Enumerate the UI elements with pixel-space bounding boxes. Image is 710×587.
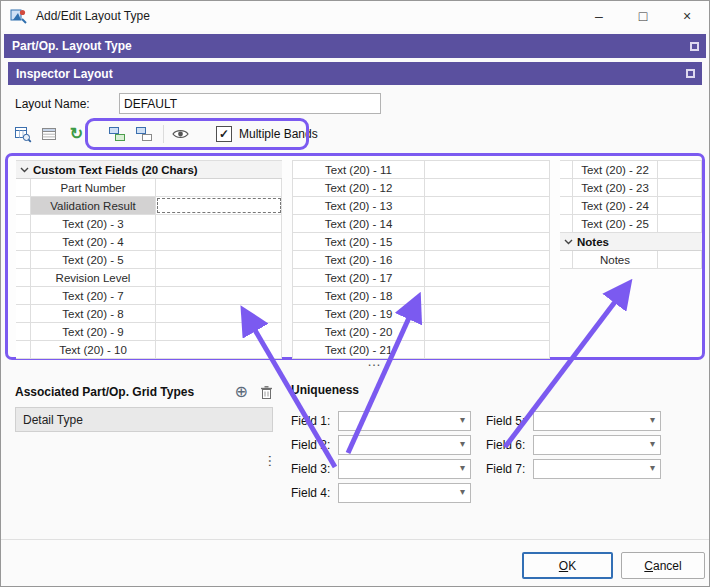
field-value-cell[interactable] [425,305,550,322]
remove-band-button[interactable] [134,125,153,144]
close-button[interactable]: × [665,1,709,31]
vertical-splitter-handle[interactable]: … [266,454,282,468]
field-row[interactable]: Text (20) - 4 [16,233,282,251]
minimize-button[interactable]: – [577,1,621,31]
multiple-bands-checkbox[interactable]: ✓ [216,126,232,142]
field-value-cell[interactable] [658,251,702,268]
ok-button[interactable]: OK [522,552,613,579]
layout-name-input[interactable] [119,93,381,114]
field-label: Text (20) - 4 [30,233,156,250]
field-value-cell[interactable] [156,179,282,196]
field-value-cell[interactable] [658,179,702,196]
field-5-label: Field 5: [486,414,530,428]
field-value-cell[interactable] [425,215,550,232]
field-value-cell[interactable] [156,269,282,286]
field-label: Notes [572,251,658,268]
field-row[interactable]: Text (20) - 3 [16,215,282,233]
field-6-row: Field 6: ▾ [486,435,661,455]
chevron-down-icon [20,167,29,173]
field-row[interactable]: Text (20) - 5 [16,251,282,269]
chevron-down-icon: ▾ [460,487,465,497]
field-value-cell[interactable] [156,215,282,232]
field-label: Text (20) - 16 [292,251,425,268]
field-row[interactable]: Text (20) - 25 [560,215,702,233]
field-value-cell[interactable] [658,197,702,214]
refresh-button[interactable]: ↻ [67,125,86,144]
field-row[interactable]: Text (20) - 13 [292,197,550,215]
field-6-combo[interactable]: ▾ [533,435,661,455]
band-pin-icon[interactable] [686,69,695,78]
maximize-button[interactable]: □ [621,1,665,31]
field-value-cell[interactable] [425,287,550,304]
field-value-cell[interactable] [658,215,702,232]
field-value-cell[interactable] [425,197,550,214]
grid-types-list: Detail Type [15,407,273,432]
field-value-cell[interactable] [425,341,550,358]
field-row[interactable]: Text (20) - 9 [16,323,282,341]
field-row[interactable]: Text (20) - 18 [292,287,550,305]
delete-grid-type-button[interactable] [260,385,273,400]
field-value-cell[interactable] [425,251,550,268]
field-label: Text (20) - 22 [572,161,658,178]
field-value-cell[interactable] [658,161,702,178]
field-row-selected[interactable]: Validation Result [16,197,282,215]
group-header-notes[interactable]: Notes [560,233,702,251]
field-4-label: Field 4: [291,486,335,500]
field-4-combo[interactable]: ▾ [338,483,471,503]
field-row[interactable]: Text (20) - 20 [292,323,550,341]
field-row[interactable]: Text (20) - 8 [16,305,282,323]
field-row[interactable]: Text (20) - 23 [560,179,702,197]
field-row[interactable]: Text (20) - 24 [560,197,702,215]
field-value-cell[interactable] [425,323,550,340]
field-row[interactable]: Text (20) - 14 [292,215,550,233]
field-label: Text (20) - 21 [292,341,425,358]
add-band-button[interactable] [107,125,126,144]
field-value-cell[interactable] [156,341,282,358]
field-2-combo[interactable]: ▾ [338,435,471,455]
chevron-down-icon: ▾ [460,463,465,473]
field-value-cell[interactable] [156,287,282,304]
field-value-cell[interactable] [156,251,282,268]
field-value-cell[interactable] [425,161,550,178]
field-value-cell[interactable] [156,197,282,214]
field-list-button[interactable] [40,125,59,144]
field-row[interactable]: Text (20) - 21 [292,341,550,359]
field-2-label: Field 2: [291,438,335,452]
field-value-cell[interactable] [156,305,282,322]
field-7-combo[interactable]: ▾ [533,459,661,479]
field-row[interactable]: Text (20) - 17 [292,269,550,287]
field-list-icon [41,126,58,143]
field-row[interactable]: Part Number [16,179,282,197]
group-header-custom-text-fields[interactable]: Custom Text Fields (20 Chars) [16,161,282,179]
field-value-cell[interactable] [425,233,550,250]
band-pin-icon[interactable] [690,42,699,51]
field-1-combo[interactable]: ▾ [338,411,471,431]
field-row[interactable]: Revision Level [16,269,282,287]
field-row[interactable]: Text (20) - 11 [292,161,550,179]
window-title: Add/Edit Layout Type [36,9,150,23]
list-item-detail-type[interactable]: Detail Type [15,407,273,432]
field-row[interactable]: Notes [560,251,702,269]
field-row[interactable]: Text (20) - 22 [560,161,702,179]
field-value-cell[interactable] [156,323,282,340]
table-search-button[interactable] [13,125,32,144]
field-row[interactable]: Text (20) - 12 [292,179,550,197]
field-row[interactable]: Text (20) - 16 [292,251,550,269]
field-value-cell[interactable] [156,233,282,250]
preview-button[interactable] [171,125,190,144]
field-5-combo[interactable]: ▾ [533,411,661,431]
horizontal-splitter-handle[interactable]: … [367,353,382,369]
field-label: Text (20) - 3 [30,215,156,232]
field-value-cell[interactable] [425,179,550,196]
field-label: Text (20) - 25 [572,215,658,232]
field-label: Revision Level [30,269,156,286]
add-grid-type-button[interactable]: ⊕ [235,384,248,400]
field-row[interactable]: Text (20) - 15 [292,233,550,251]
field-row[interactable]: Text (20) - 10 [16,341,282,359]
field-row[interactable]: Text (20) - 7 [16,287,282,305]
cancel-button[interactable]: Cancel [621,552,705,579]
field-row[interactable]: Text (20) - 19 [292,305,550,323]
field-3-combo[interactable]: ▾ [338,459,471,479]
field-value-cell[interactable] [425,269,550,286]
trash-icon [260,385,273,400]
